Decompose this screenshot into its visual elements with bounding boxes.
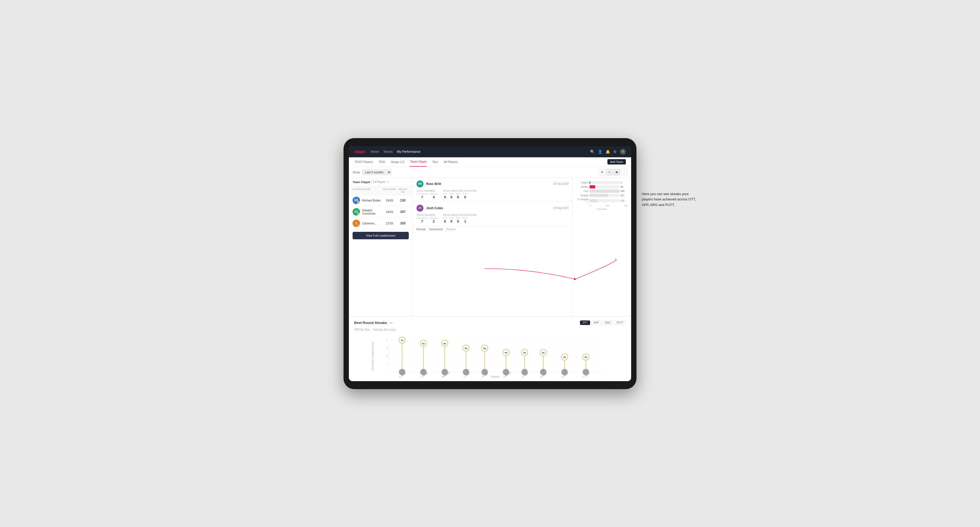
player-detail-top-2: JC Josh Coles 26 Aug 2023 <box>417 205 568 211</box>
svg-text:5x: 5x <box>483 347 486 350</box>
users-icon[interactable]: 👤 <box>598 149 602 154</box>
player-table-header: PLAYER NAME PB SCORE PB AVG SQ <box>349 187 412 195</box>
arg-stat-2: ARG 0 <box>456 217 460 223</box>
subnav-all-players[interactable]: All Players <box>444 157 458 167</box>
search-icon[interactable]: 🔍 <box>590 149 595 154</box>
export-button[interactable]: ↓ <box>621 169 627 175</box>
filter-putt-button[interactable]: PUTT <box>614 321 626 325</box>
total-rounds-label: Total Rounds <box>417 189 438 192</box>
practice-rounds: Practice 4 <box>430 193 438 199</box>
pars-bar <box>590 189 619 193</box>
dbogeys-track <box>590 199 619 202</box>
filter-app-button[interactable]: APP <box>591 321 601 325</box>
nav-home[interactable]: Home <box>371 149 379 155</box>
rounds-sub-2: Tournament 7 Practice 2 <box>417 217 438 223</box>
x-label-200: 200 <box>606 205 609 207</box>
player-row[interactable]: EC 2 Edward Crossman 18/20 107 <box>349 206 412 218</box>
col-name-header: PLAYER NAME <box>353 188 382 193</box>
detail-avatar-2: JC <box>417 205 423 211</box>
view-leaderboard-button[interactable]: View Full Leaderboard <box>353 232 409 239</box>
rounds-label: Rounds <box>417 228 426 231</box>
app-logo: clippd <box>354 149 365 154</box>
player-row[interactable]: C 3 Cameron... 17/20 103 <box>349 218 412 229</box>
tournament-rounds: Tournament 7 <box>417 193 428 199</box>
svg-point-60 <box>583 369 589 375</box>
player-detail-row-1: RB Rees Britt 02 Sep 2023 Total Rounds T… <box>413 178 572 202</box>
birdies-bar <box>590 185 595 189</box>
chart-row-birdies: Birdies 96 <box>576 185 628 189</box>
rounds-legend: Rounds Tournament Practice <box>413 226 572 232</box>
streak-chart-container: Best Streak, Fairway Accuracy 7 5 3 1 <box>354 335 626 378</box>
show-toolbar: Show Last 3 months Last 6 months Last 12… <box>349 167 631 178</box>
edit-icon[interactable]: ✏ <box>387 181 389 183</box>
chart-subtitle: Off The Tee , Fairway Accuracy <box>354 328 626 331</box>
detail-name-1: Rees Britt <box>426 182 551 186</box>
player-avatar-2: EC 2 <box>353 208 360 216</box>
svg-text:5: 5 <box>387 346 388 349</box>
practice-activities-group-2: Total Practice Activities OTT 0 APP 0 <box>443 214 477 223</box>
player-avatar-1: RB 1 <box>353 197 360 204</box>
pars-track <box>590 189 619 193</box>
rounds-sub: Tournament 7 Practice 4 <box>417 193 438 199</box>
svg-text:Best Streak, Fairway Accuracy: Best Streak, Fairway Accuracy <box>371 341 374 370</box>
subnav-tour[interactable]: Tour <box>432 157 438 167</box>
list-view-button[interactable]: ≡ <box>606 169 612 175</box>
svg-text:5x: 5x <box>465 347 467 350</box>
svg-text:7x: 7x <box>401 339 403 342</box>
player-avatar-3: C 3 <box>353 220 360 227</box>
putt-value: 0 <box>464 195 466 199</box>
card-view-button[interactable]: ▣ <box>614 169 620 175</box>
eagles-value: 3 <box>620 181 628 184</box>
grid-view-button[interactable]: ⊞ <box>599 169 605 175</box>
birdies-track <box>590 185 619 189</box>
detail-name-2: Josh Coles <box>426 206 551 210</box>
app-value: 0 <box>450 195 452 199</box>
practice-activities-group: Total Practice Activities OTT 0 APP 0 <box>443 189 477 199</box>
subnav-team-clippd[interactable]: Team Clippd <box>410 157 427 167</box>
streaks-header: Best Round Streaks ← OTT APP ARG PUTT <box>354 321 626 325</box>
team-name: Team Clippd <box>353 181 370 184</box>
show-select[interactable]: Last 3 months Last 6 months Last 12 mont… <box>362 170 391 175</box>
nav-my-performance[interactable]: My Performance <box>397 149 420 155</box>
tournament-rounds-2: Tournament 7 <box>417 217 428 223</box>
streaks-filter: OTT APP ARG PUTT <box>580 321 626 325</box>
svg-point-40 <box>503 369 509 375</box>
svg-text:Players: Players <box>492 375 500 378</box>
col-avg-header: PB AVG SQ <box>397 188 409 193</box>
eagles-label: Eagles <box>576 181 589 184</box>
activities-sub-2: OTT 0 APP 0 ARG 0 <box>443 217 477 223</box>
putt-stat-2: PUTT 1 <box>463 217 468 223</box>
svg-point-50 <box>540 369 546 375</box>
svg-point-20 <box>420 369 426 375</box>
filter-arg-button[interactable]: ARG <box>602 321 613 325</box>
svg-text:4x: 4x <box>504 351 508 354</box>
settings-icon[interactable]: ⚙ <box>613 149 617 154</box>
nav-teams[interactable]: Teams <box>383 149 393 155</box>
ott-stat-2: OTT 0 <box>443 217 447 223</box>
subnav-pgat[interactable]: PGAT Players <box>354 157 374 167</box>
player-row[interactable]: RB 1 Richard Butler 19/20 110 <box>349 195 412 206</box>
tournament-value-2: 7 <box>421 219 423 223</box>
add-team-button[interactable]: Add Team <box>608 159 626 165</box>
player-detail-top-1: RB Rees Britt 02 Sep 2023 <box>417 181 568 187</box>
player-avg-3: 103 <box>397 221 409 225</box>
bogeys-track <box>590 194 619 197</box>
chart-x-axis-label: Total Shots <box>576 208 628 210</box>
practice-activities-label: Total Practice Activities <box>443 189 477 192</box>
bogeys-label: Bogeys <box>576 194 589 197</box>
bell-icon[interactable]: 🔔 <box>606 149 610 154</box>
app-stat: APP 0 <box>449 193 453 199</box>
practice-value: 4 <box>433 195 434 199</box>
svg-text:1: 1 <box>387 362 388 365</box>
x-label-400: 400 <box>625 205 628 207</box>
filter-ott-button[interactable]: OTT <box>580 321 590 325</box>
user-avatar[interactable]: U <box>620 149 626 155</box>
svg-point-55 <box>562 369 568 375</box>
chart-row-dbogeys: D. Bogeys + 131 <box>576 198 628 203</box>
svg-text:7: 7 <box>387 339 388 341</box>
player-badge-3: 3 <box>357 224 360 227</box>
streak-chart-svg: Best Streak, Fairway Accuracy 7 5 3 1 <box>354 335 626 378</box>
subnav-hcaps[interactable]: Hcaps 1-5 <box>390 157 405 167</box>
subnav-pga[interactable]: PGA <box>379 157 386 167</box>
nav-icons: 🔍 👤 🔔 ⚙ U <box>590 149 626 155</box>
